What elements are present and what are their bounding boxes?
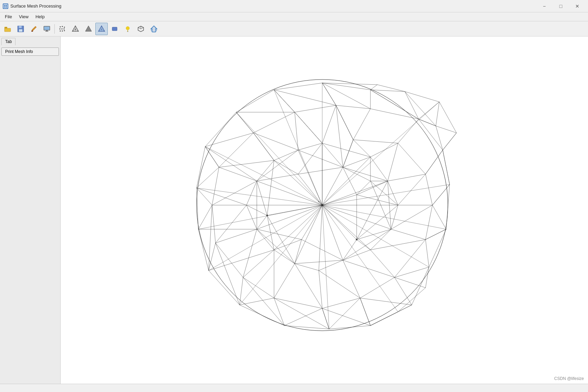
svg-point-20 xyxy=(60,30,61,31)
solid-button[interactable] xyxy=(82,23,95,35)
menu-view[interactable]: View xyxy=(15,13,32,20)
status-bar xyxy=(0,384,588,392)
print-mesh-info-button[interactable]: Print Mesh Info xyxy=(1,47,59,56)
window-title: Surface Mesh Processing xyxy=(10,3,61,9)
cube-button[interactable] xyxy=(135,23,147,35)
svg-point-17 xyxy=(60,28,61,29)
svg-point-279 xyxy=(318,201,319,202)
points-button[interactable] xyxy=(56,23,69,35)
transparent-button[interactable] xyxy=(95,23,108,35)
menu-bar: File View Help xyxy=(0,12,588,21)
toolbar xyxy=(0,21,588,36)
svg-point-276 xyxy=(321,204,323,206)
separator-1 xyxy=(54,24,55,34)
flat-button[interactable] xyxy=(108,23,121,35)
svg-rect-11 xyxy=(44,27,50,30)
svg-rect-9 xyxy=(31,31,33,32)
monitor-button[interactable] xyxy=(41,23,53,35)
svg-rect-8 xyxy=(20,26,21,28)
menu-help[interactable]: Help xyxy=(32,13,48,20)
mesh-viewport[interactable] xyxy=(61,36,588,384)
svg-marker-27 xyxy=(85,26,92,31)
svg-rect-34 xyxy=(127,31,128,32)
svg-point-16 xyxy=(64,27,65,28)
svg-point-21 xyxy=(62,30,63,31)
svg-point-18 xyxy=(62,28,63,29)
svg-rect-32 xyxy=(112,27,117,31)
select-button[interactable] xyxy=(148,23,160,35)
tab-button[interactable]: Tab xyxy=(1,38,15,45)
sidebar: Tab Print Mesh Info xyxy=(0,36,61,384)
minimize-button[interactable]: − xyxy=(536,1,552,11)
title-bar-left: Surface Mesh Processing xyxy=(3,3,61,9)
svg-rect-4 xyxy=(4,28,11,32)
brush-button[interactable] xyxy=(28,23,40,35)
svg-point-22 xyxy=(64,30,65,31)
tab-bar: Tab xyxy=(1,38,59,45)
viewport[interactable]: CSDN @lifesize xyxy=(61,36,588,384)
menu-file[interactable]: File xyxy=(1,13,15,20)
maximize-button[interactable]: □ xyxy=(553,1,569,11)
svg-point-277 xyxy=(266,215,268,216)
svg-rect-13 xyxy=(45,31,49,32)
svg-point-19 xyxy=(64,28,65,29)
main-container: Tab Print Mesh Info xyxy=(0,36,588,384)
svg-point-33 xyxy=(126,27,129,30)
svg-point-15 xyxy=(62,26,63,27)
svg-line-38 xyxy=(141,28,144,29)
open-button[interactable] xyxy=(1,23,14,35)
title-bar: Surface Mesh Processing − □ ✕ xyxy=(0,0,588,12)
close-button[interactable]: ✕ xyxy=(569,1,585,11)
svg-point-14 xyxy=(60,26,61,27)
svg-rect-7 xyxy=(19,29,22,32)
save-button[interactable] xyxy=(14,23,27,35)
light-button[interactable] xyxy=(122,23,134,35)
svg-rect-12 xyxy=(46,30,48,31)
wireframe-button[interactable] xyxy=(69,23,82,35)
svg-point-278 xyxy=(356,239,358,241)
svg-line-37 xyxy=(138,28,141,29)
app-icon xyxy=(3,3,8,9)
title-bar-controls: − □ ✕ xyxy=(536,1,585,11)
